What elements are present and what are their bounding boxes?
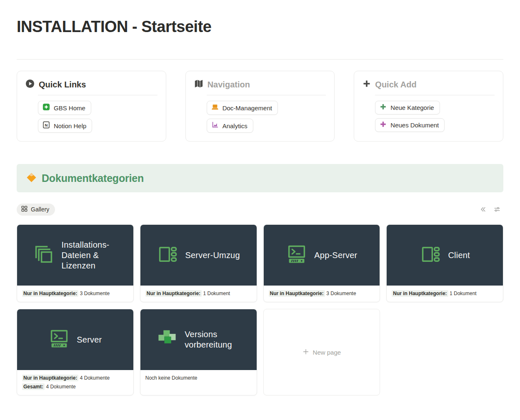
gbs-home-button[interactable]: GBS Home	[38, 101, 91, 115]
analytics-button[interactable]: Analytics	[207, 119, 253, 133]
page: INSTALLATION - Startseite Quick Links GB…	[0, 17, 520, 395]
card-title: Installations-Dateien & Lizenzen	[61, 240, 117, 271]
card-cover: Server-Umzug	[140, 225, 257, 286]
notion-logo-icon: N	[42, 121, 50, 130]
laptop-icon	[211, 103, 219, 112]
doc-management-button[interactable]: Doc-Management	[207, 101, 278, 115]
versions-icon	[156, 328, 178, 351]
quick-add-buttons: Neue Kategorie Neues Dokument	[375, 101, 495, 132]
card-cover: Client	[387, 225, 503, 286]
property-label: Nur in Hauptkategorie:	[145, 290, 202, 297]
page-divider	[17, 59, 503, 60]
client-icon	[157, 244, 178, 267]
collapse-double-chevron-icon[interactable]	[479, 206, 487, 213]
neues-dokument-button[interactable]: Neues Dokument	[375, 118, 445, 132]
svg-text:N: N	[45, 123, 48, 127]
page-title: INSTALLATION - Startseite	[17, 17, 503, 36]
orange-diamond-icon	[26, 172, 37, 185]
property-value: 1 Dokument	[203, 291, 230, 296]
property-value: 4 Dokumente	[46, 384, 75, 390]
terminal-icon	[48, 328, 70, 351]
play-circle-icon	[25, 79, 35, 90]
property-value: 3 Dokumente	[326, 291, 356, 296]
callout-quick-add-header: Quick Add	[362, 78, 495, 91]
client-icon	[420, 244, 441, 267]
card-cover: App-Server	[264, 225, 380, 286]
card-property: Nur in Hauptkategorie: 4 Dokumente	[22, 375, 110, 381]
gbs-app-icon	[42, 103, 50, 112]
property-label: Nur in Hauptkategorie:	[269, 290, 325, 297]
navigation-buttons: Doc-Management Analytics	[207, 101, 326, 133]
map-icon	[194, 79, 203, 90]
card-server[interactable]: Server Nur in Hauptkategorie: 4 Dokument…	[17, 309, 134, 395]
callout-row: Quick Links GBS Home N Notion Help	[17, 71, 503, 142]
card-footer: Nur in Hauptkategorie: 1 Dokument	[140, 286, 257, 302]
callout-title: Quick Links	[39, 80, 86, 89]
card-app-server[interactable]: App-Server Nur in Hauptkategorie: 3 Doku…	[263, 224, 380, 302]
card-property: Noch keine Dokumente	[145, 375, 198, 381]
callout-navigation: Navigation Doc-Management Analytics	[185, 71, 335, 142]
card-footer: Nur in Hauptkategorie: 4 Dokumente Gesam…	[17, 370, 133, 395]
gallery-view-tab[interactable]: Gallery	[17, 204, 55, 216]
view-label: Gallery	[31, 206, 49, 213]
card-footer: Nur in Hauptkategorie: 3 Dokumente	[264, 286, 380, 302]
chart-icon	[211, 121, 219, 130]
view-options-sliders-icon[interactable]	[493, 206, 501, 213]
button-label: Analytics	[222, 122, 248, 130]
plus-icon	[302, 348, 309, 356]
callout-title: Navigation	[208, 80, 250, 89]
property-label: Nur in Hauptkategorie:	[22, 375, 78, 381]
callout-quick-links: Quick Links GBS Home N Notion Help	[17, 71, 166, 142]
card-server-umzug[interactable]: Server-Umzug Nur in Hauptkategorie: 1 Do…	[140, 224, 257, 302]
card-footer: Noch keine Dokumente	[140, 370, 257, 395]
card-footer: Nur in Hauptkategorie: 3 Dokumente	[17, 286, 133, 302]
card-property: Gesamt: 4 Dokumente	[22, 383, 76, 390]
card-property: Nur in Hauptkategorie: 3 Dokumente	[22, 290, 110, 297]
purple-plus-icon	[380, 121, 387, 129]
terminal-icon	[286, 244, 308, 267]
card-client[interactable]: Client Nur in Hauptkategorie: 1 Dokument	[386, 224, 503, 302]
button-label: Doc-Management	[222, 104, 272, 112]
callout-divider	[207, 95, 326, 95]
dokumentkategorien-banner: Dokumentkategorien	[17, 164, 503, 192]
card-title: Versions vorbereitung	[185, 329, 240, 350]
card-cover: Versions vorbereitung	[140, 309, 257, 370]
green-plus-icon	[380, 103, 387, 112]
button-label: Notion Help	[54, 122, 86, 130]
card-property: Nur in Hauptkategorie: 3 Dokumente	[269, 290, 356, 297]
card-title: Server	[77, 335, 102, 345]
property-label: Nur in Hauptkategorie:	[392, 290, 448, 297]
new-page-label: New page	[313, 349, 341, 356]
banner-title: Dokumentkategorien	[42, 172, 144, 184]
card-versionsvorbereitung[interactable]: Versions vorbereitung Noch keine Dokumen…	[140, 309, 257, 395]
quick-links-buttons: GBS Home N Notion Help	[38, 101, 158, 133]
callout-quick-add: Quick Add Neue Kategorie Neues Dokument	[354, 71, 503, 142]
card-footer: Nur in Hauptkategorie: 1 Dokument	[387, 286, 503, 302]
property-value: 3 Dokumente	[80, 291, 110, 296]
callout-quick-links-header: Quick Links	[25, 78, 158, 91]
callout-divider	[375, 95, 495, 95]
card-title: App-Server	[314, 250, 357, 261]
callout-divider	[38, 95, 158, 95]
property-label: Gesamt:	[22, 383, 45, 390]
toolbar-right-icons	[479, 206, 503, 213]
card-title: Server-Umzug	[185, 250, 240, 261]
gallery-grid: Installations-Dateien & Lizenzen Nur in …	[17, 224, 503, 395]
card-cover: Server	[17, 309, 133, 370]
plus-icon	[362, 80, 371, 89]
button-label: Neues Dokument	[390, 121, 439, 129]
button-label: Neue Kategorie	[390, 104, 434, 112]
card-property: Nur in Hauptkategorie: 1 Dokument	[145, 290, 230, 297]
neue-kategorie-button[interactable]: Neue Kategorie	[375, 101, 440, 114]
card-property: Nur in Hauptkategorie: 1 Dokument	[392, 290, 476, 297]
property-value: Noch keine Dokumente	[145, 375, 198, 381]
callout-navigation-header: Navigation	[194, 78, 326, 91]
copies-icon	[33, 244, 55, 267]
button-label: GBS Home	[54, 104, 85, 112]
new-page-button[interactable]: New page	[263, 309, 380, 395]
notion-help-button[interactable]: N Notion Help	[38, 119, 92, 133]
gallery-grid-icon	[21, 206, 28, 214]
property-value: 4 Dokumente	[80, 375, 110, 381]
card-installations-dateien-lizenzen[interactable]: Installations-Dateien & Lizenzen Nur in …	[17, 224, 134, 302]
property-value: 1 Dokument	[450, 291, 477, 296]
